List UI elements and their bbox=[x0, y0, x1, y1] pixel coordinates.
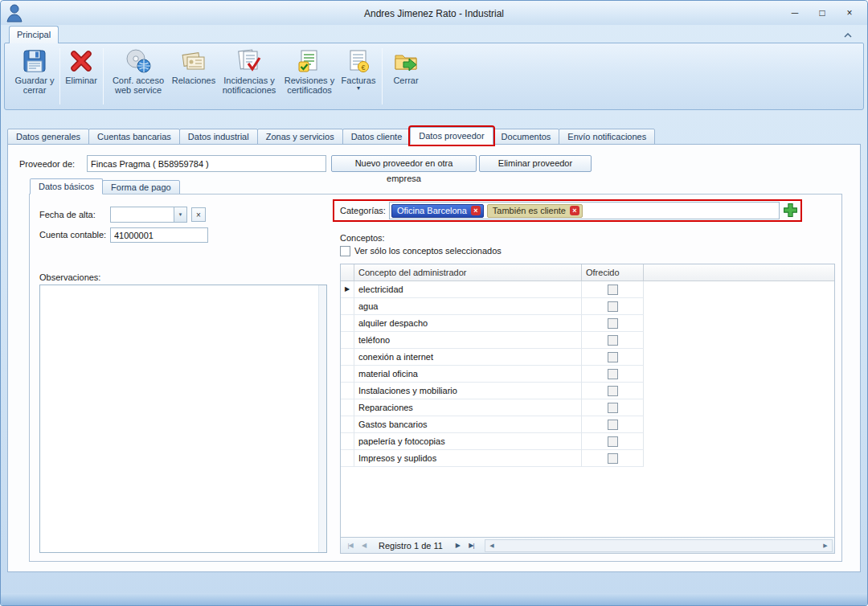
subtab-forma-pago[interactable]: Forma de pago bbox=[102, 180, 180, 194]
concepto-cell[interactable]: alquiler despacho bbox=[354, 315, 582, 332]
close-icon[interactable]: × bbox=[843, 6, 856, 19]
category-tag[interactable]: También es cliente × bbox=[487, 204, 583, 218]
ofrecido-checkbox[interactable] bbox=[608, 335, 618, 346]
tab-cuentas-bancarias[interactable]: Cuentas bancarias bbox=[88, 129, 180, 145]
clear-date-icon[interactable]: × bbox=[191, 207, 206, 222]
ofrecido-checkbox[interactable] bbox=[608, 386, 618, 396]
row-selector bbox=[341, 399, 354, 416]
new-provider-button[interactable]: Nuevo proveedor en otra empresa bbox=[331, 155, 477, 172]
scroll-left-icon[interactable]: ◀ bbox=[485, 543, 498, 549]
add-category-button[interactable] bbox=[782, 202, 799, 219]
delete-button[interactable]: Eliminar bbox=[62, 47, 100, 108]
maximize-icon[interactable]: □ bbox=[816, 6, 829, 19]
concepto-cell[interactable]: electricidad bbox=[354, 281, 582, 298]
ofrecido-checkbox[interactable] bbox=[608, 436, 618, 447]
fecha-alta-combo[interactable]: ▼ bbox=[110, 207, 187, 223]
button-label: Cerrar bbox=[393, 76, 418, 85]
categorias-field[interactable]: Oficina Barcelona × También es cliente × bbox=[389, 202, 780, 219]
toolbar-separator bbox=[382, 48, 383, 104]
ofrecido-checkbox[interactable] bbox=[608, 403, 618, 413]
horizontal-scrollbar[interactable]: ◀ ▶ bbox=[485, 539, 833, 552]
ofrecido-checkbox[interactable] bbox=[608, 285, 618, 295]
concepto-cell[interactable]: papelería y fotocopias bbox=[354, 433, 582, 450]
ofrecido-checkbox[interactable] bbox=[608, 318, 618, 329]
table-row[interactable]: material oficina bbox=[341, 366, 834, 383]
ofrecido-checkbox[interactable] bbox=[608, 420, 618, 430]
table-row[interactable]: conexión a internet bbox=[341, 349, 834, 366]
tab-zonas-servicios[interactable]: Zonas y servicios bbox=[257, 129, 343, 145]
invoices-button[interactable]: € Facturas ▾ bbox=[338, 47, 379, 108]
tab-datos-generales[interactable]: Datos generales bbox=[7, 129, 89, 145]
concepto-cell[interactable]: teléfono bbox=[354, 332, 582, 349]
tab-datos-cliente[interactable]: Datos cliente bbox=[342, 129, 411, 145]
ofrecido-checkbox[interactable] bbox=[608, 369, 618, 379]
row-filler bbox=[644, 298, 834, 315]
category-tag[interactable]: Oficina Barcelona × bbox=[391, 204, 484, 218]
chevron-down-icon[interactable]: ▼ bbox=[174, 207, 186, 222]
button-label: Guardar y cerrar bbox=[13, 76, 56, 95]
ribbon-tab-principal[interactable]: Principal bbox=[9, 26, 59, 43]
button-label: Relaciones bbox=[172, 76, 215, 85]
observaciones-textarea[interactable] bbox=[39, 285, 327, 553]
concepto-cell[interactable]: material oficina bbox=[354, 366, 582, 383]
last-record-icon[interactable]: ▶| bbox=[465, 542, 478, 549]
concepto-cell[interactable]: conexión a internet bbox=[354, 349, 582, 366]
ribbon-collapse-button[interactable] bbox=[839, 29, 857, 41]
scrollbar-track[interactable] bbox=[498, 540, 819, 551]
invoices-icon: € bbox=[346, 48, 371, 74]
fecha-alta-value[interactable] bbox=[111, 207, 174, 222]
ofrecido-checkbox[interactable] bbox=[608, 453, 618, 464]
column-header-concepto[interactable]: Concepto del administrador bbox=[354, 264, 582, 280]
table-row[interactable]: Reparaciones bbox=[341, 399, 834, 416]
row-filler bbox=[644, 399, 834, 416]
ofrecido-checkbox[interactable] bbox=[608, 301, 618, 312]
table-row[interactable]: Gastos bancarios bbox=[341, 416, 834, 433]
tab-datos-proveedor[interactable]: Datos proveedor bbox=[410, 127, 493, 145]
chevron-up-icon bbox=[844, 33, 852, 38]
revisions-certificates-button[interactable]: Revisiones y certificados bbox=[282, 47, 337, 108]
concepto-cell[interactable]: Instalaciones y mobiliario bbox=[354, 383, 582, 399]
table-row[interactable]: teléfono bbox=[341, 332, 834, 349]
subtab-datos-basicos[interactable]: Datos básicos bbox=[30, 178, 103, 194]
tab-documentos[interactable]: Documentos bbox=[493, 129, 560, 145]
save-close-button[interactable]: Guardar y cerrar bbox=[13, 47, 56, 108]
close-form-button[interactable]: Cerrar bbox=[385, 47, 427, 108]
minimize-icon[interactable]: ─ bbox=[788, 6, 801, 19]
observaciones-scrollbar[interactable] bbox=[318, 285, 326, 552]
remove-tag-icon[interactable]: × bbox=[570, 206, 579, 215]
tab-envio-notificaciones[interactable]: Envío notificaciones bbox=[559, 129, 655, 145]
concepto-cell[interactable]: Gastos bancarios bbox=[354, 416, 582, 433]
first-record-icon[interactable]: |◀ bbox=[343, 542, 357, 549]
row-selector bbox=[341, 298, 354, 315]
column-header-ofrecido[interactable]: Ofrecido bbox=[582, 264, 644, 280]
table-row[interactable]: agua bbox=[341, 298, 834, 315]
concepto-cell[interactable]: Reparaciones bbox=[354, 399, 582, 416]
cuenta-contable-label: Cuenta contable: bbox=[39, 227, 106, 243]
toolbar-separator bbox=[103, 48, 104, 104]
window-bottom-frame bbox=[1, 593, 867, 605]
table-row[interactable]: ▶ electricidad bbox=[341, 281, 834, 298]
ofrecido-checkbox[interactable] bbox=[608, 352, 618, 362]
relations-icon bbox=[181, 48, 207, 74]
save-icon bbox=[22, 48, 47, 74]
previous-record-icon[interactable]: ◀ bbox=[357, 542, 371, 549]
scroll-right-icon[interactable]: ▶ bbox=[819, 543, 832, 549]
filter-checkbox[interactable] bbox=[340, 246, 350, 256]
row-filler bbox=[644, 450, 834, 467]
proveedor-input[interactable] bbox=[87, 155, 326, 172]
web-service-icon bbox=[125, 48, 151, 74]
next-record-icon[interactable]: ▶ bbox=[451, 542, 465, 549]
incidents-notifications-button[interactable]: Incidencias y notificaciones bbox=[217, 47, 281, 108]
cuenta-contable-input[interactable] bbox=[110, 227, 208, 243]
concepto-cell[interactable]: Impresos y suplidos bbox=[354, 450, 582, 467]
table-row[interactable]: Impresos y suplidos bbox=[341, 450, 834, 467]
table-row[interactable]: Instalaciones y mobiliario bbox=[341, 383, 834, 399]
table-row[interactable]: alquiler despacho bbox=[341, 315, 834, 332]
tab-datos-industrial[interactable]: Datos industrial bbox=[179, 129, 258, 145]
web-service-config-button[interactable]: Conf. acceso web service bbox=[106, 47, 170, 108]
remove-tag-icon[interactable]: × bbox=[471, 206, 481, 215]
table-row[interactable]: papelería y fotocopias bbox=[341, 433, 834, 450]
delete-provider-button[interactable]: Eliminar proveedor bbox=[479, 155, 592, 172]
relations-button[interactable]: Relaciones bbox=[171, 47, 216, 108]
concepto-cell[interactable]: agua bbox=[354, 298, 582, 315]
